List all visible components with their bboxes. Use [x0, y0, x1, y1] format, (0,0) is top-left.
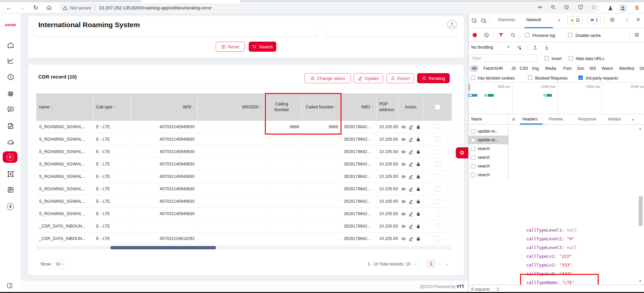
- edit-icon[interactable]: [408, 236, 413, 241]
- select-all-checkbox[interactable]: [435, 104, 440, 110]
- table-row[interactable]: S_ROAMING_SGWHL...E - LTE457032145949630…: [36, 208, 452, 220]
- lock-icon[interactable]: [416, 162, 421, 167]
- table-row[interactable]: S_ROAMING_SGWHL...E - LTE457032145949630…: [36, 146, 452, 158]
- home-nav-icon[interactable]: [44, 3, 54, 12]
- row-checkbox[interactable]: [435, 211, 440, 216]
- eye-icon[interactable]: [401, 199, 406, 204]
- back-icon[interactable]: ←: [4, 3, 13, 12]
- checkbox-has-blocked-cookies[interactable]: [471, 76, 475, 80]
- tab-network[interactable]: Network: [526, 17, 541, 22]
- type-pill-all[interactable]: All: [470, 65, 479, 72]
- disable-cache-checkbox[interactable]: [568, 33, 572, 37]
- request-checkbox[interactable]: [471, 129, 475, 134]
- edit-icon[interactable]: [408, 187, 413, 192]
- search-field-stub-1[interactable]: [33, 29, 317, 37]
- column-header-call_type[interactable]: Call type▲▼: [93, 93, 131, 121]
- lock-icon[interactable]: [416, 224, 421, 229]
- timeline-request-bar[interactable]: [488, 94, 494, 97]
- type-pill-wasm[interactable]: Wasm: [599, 65, 615, 72]
- eye-icon[interactable]: [401, 149, 406, 154]
- device-toolbar-icon[interactable]: [481, 18, 486, 23]
- sidebar-item-dollar-badge[interactable]: $: [3, 151, 17, 163]
- network-settings-gear-icon[interactable]: ⚙: [634, 32, 639, 39]
- sidebar-item-dollar-circle[interactable]: $: [0, 200, 21, 212]
- request-item[interactable]: update-re...: [469, 136, 509, 144]
- timeline-request-bar[interactable]: [469, 94, 477, 97]
- refresh-icon[interactable]: ↻: [31, 3, 40, 12]
- edit-icon[interactable]: [408, 224, 413, 229]
- lock-icon[interactable]: [416, 211, 421, 216]
- reset-button[interactable]: Reset: [216, 42, 245, 52]
- warnings-badge[interactable]: 11: [567, 16, 582, 24]
- tab-headers[interactable]: Headers: [522, 117, 537, 121]
- throttling-select[interactable]: No throttling: [471, 45, 493, 50]
- devtools-close-icon[interactable]: ✕: [636, 16, 640, 23]
- eye-icon[interactable]: [401, 236, 406, 241]
- timeline-request-bar[interactable]: [544, 94, 546, 97]
- search-button[interactable]: Search: [249, 42, 276, 52]
- details-scrollbar-thumb[interactable]: [639, 196, 643, 226]
- clear-icon[interactable]: [484, 32, 489, 38]
- blocked-content-icon[interactable]: [563, 4, 570, 10]
- column-header-name[interactable]: name▲▼: [36, 93, 93, 121]
- type-pill-css[interactable]: CSS: [517, 65, 530, 72]
- table-row[interactable]: S_ROAMING_SGWHL...E - LTE457032145949630…: [36, 158, 452, 170]
- user-avatar-icon[interactable]: [447, 19, 457, 30]
- tab-preview[interactable]: Preview: [549, 117, 563, 121]
- type-pill-font[interactable]: Font: [561, 65, 574, 72]
- column-header-calling[interactable]: Calling Number▲▼: [265, 93, 302, 121]
- type-pill-js[interactable]: JS: [509, 65, 518, 72]
- search-field-stub-2[interactable]: [325, 29, 457, 37]
- column-header-imsi[interactable]: IMSI▲▼: [131, 93, 198, 121]
- close-details-icon[interactable]: ✕: [512, 117, 516, 122]
- request-item[interactable]: search: [469, 162, 509, 170]
- scroll-up-icon[interactable]: ▲: [639, 127, 642, 130]
- lock-icon[interactable]: [416, 199, 421, 204]
- table-row[interactable]: _CDR_DATA_INBOUN...E - LTE3528178642...1…: [36, 220, 452, 233]
- inspect-element-icon[interactable]: [471, 18, 477, 23]
- row-checkbox[interactable]: [435, 174, 440, 179]
- page-size-select[interactable]: 10: [52, 259, 68, 269]
- filter-input[interactable]: [470, 54, 537, 62]
- sidebar-item-nodes[interactable]: [0, 168, 21, 180]
- browser-profile-avatar[interactable]: [618, 4, 627, 12]
- table-row[interactable]: S_ROAMING_SGWHL...E - LTE457032145949630…: [36, 133, 452, 146]
- sidebar-item-line-chart[interactable]: [0, 55, 21, 67]
- edit-icon[interactable]: [408, 211, 413, 216]
- column-header-pdp[interactable]: PDP address: [376, 93, 398, 121]
- request-checkbox[interactable]: [471, 147, 475, 151]
- eye-icon[interactable]: [401, 211, 406, 216]
- edit-icon[interactable]: [408, 174, 413, 179]
- password-key-icon[interactable]: [536, 4, 544, 10]
- edit-icon[interactable]: [408, 125, 413, 130]
- record-button[interactable]: [473, 33, 477, 37]
- zoom-out-icon[interactable]: [549, 4, 557, 10]
- sort-icon[interactable]: ▲▼: [297, 105, 299, 109]
- sidebar-item-note[interactable]: [0, 120, 21, 132]
- sidebar-item-cloud[interactable]: [0, 136, 21, 148]
- type-pill-doc[interactable]: Doc: [575, 65, 587, 72]
- hide-data-urls-checkbox[interactable]: [569, 56, 573, 60]
- privacy-shield-icon[interactable]: [577, 4, 584, 10]
- export-button[interactable]: Export: [387, 73, 414, 83]
- first-page-icon[interactable]: «: [413, 261, 415, 266]
- column-header-action[interactable]: Action: [398, 93, 423, 121]
- eye-icon[interactable]: [401, 125, 406, 130]
- timeline-request-bar[interactable]: [484, 94, 487, 97]
- active-tab[interactable]: [141, 0, 240, 2]
- throttling-dropdown-arrow[interactable]: ▼: [507, 45, 510, 49]
- table-row[interactable]: S_ROAMING_SGWHL...E - LTE457032145949630…: [36, 121, 452, 133]
- scrollbar-thumb[interactable]: [110, 246, 216, 249]
- row-checkbox[interactable]: [435, 149, 440, 154]
- row-checkbox[interactable]: [435, 137, 440, 142]
- sort-icon[interactable]: ▲▼: [193, 105, 195, 109]
- sidebar-item-chip[interactable]: [0, 88, 21, 100]
- tab-response[interactable]: Response: [578, 117, 596, 121]
- request-checkbox[interactable]: [471, 138, 475, 142]
- sidebar-item-home[interactable]: [0, 39, 21, 51]
- type-pill-other[interactable]: Other: [637, 65, 644, 72]
- preserve-log-checkbox[interactable]: [525, 33, 529, 37]
- s-extension-icon[interactable]: S: [633, 4, 641, 12]
- checkbox--rd-party-requests[interactable]: [578, 76, 583, 80]
- column-header-called[interactable]: Called Number▲▼: [302, 93, 341, 121]
